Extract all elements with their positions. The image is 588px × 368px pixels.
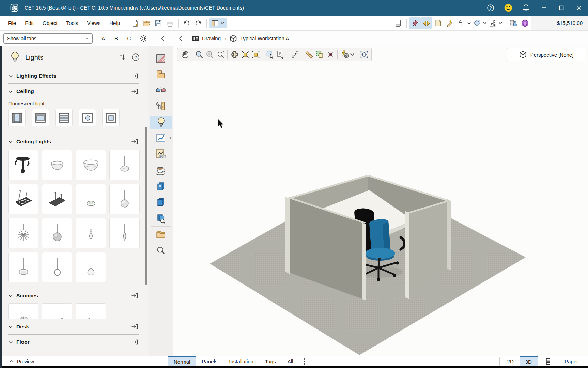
menu-object[interactable]: Object xyxy=(38,20,62,26)
export-section-icon[interactable] xyxy=(131,324,139,330)
preview-toggle[interactable]: Preview xyxy=(0,356,149,366)
tab-normal[interactable]: Normal xyxy=(168,356,196,366)
document-search-icon[interactable] xyxy=(154,212,168,226)
sheet-layout-icon[interactable] xyxy=(542,356,554,367)
spec-book-tool-icon[interactable] xyxy=(154,180,168,193)
tag-tool-icon[interactable] xyxy=(471,17,483,29)
recessed-round-thumbnail[interactable] xyxy=(79,109,96,126)
folder-tool-icon[interactable] xyxy=(154,228,168,241)
section-sconces[interactable]: Sconces xyxy=(0,288,149,303)
filter-sliders-icon[interactable] xyxy=(119,53,126,61)
orbit-tool-icon[interactable] xyxy=(229,49,240,60)
panel-help-icon[interactable]: ? xyxy=(131,53,140,61)
collapse-left-icon[interactable] xyxy=(157,33,168,44)
move-points-icon[interactable] xyxy=(290,49,300,60)
zoom-previous-icon[interactable] xyxy=(204,49,215,60)
pin-tool-icon[interactable] xyxy=(409,17,421,29)
sphere-pendant-thumbnail[interactable] xyxy=(42,218,72,248)
chart-tool-icon[interactable] xyxy=(154,131,168,145)
section-ceiling-lights[interactable]: Ceiling Lights xyxy=(0,134,149,149)
menu-tools[interactable]: Tools xyxy=(62,20,82,26)
dome-pendant-thumbnail[interactable] xyxy=(76,252,106,282)
mode-2d[interactable]: 2D xyxy=(501,356,520,366)
marquee-select-icon[interactable] xyxy=(265,49,275,60)
recessed-square-thumbnail[interactable] xyxy=(102,109,120,126)
maximize-button[interactable] xyxy=(553,0,570,16)
drop-pendant-thumbnail[interactable] xyxy=(109,218,140,248)
notifications-bell-icon[interactable] xyxy=(517,0,535,16)
smiley-feedback-icon[interactable] xyxy=(499,0,517,16)
pdf-report-tool-icon[interactable]: PDF xyxy=(154,147,168,160)
extensions-gem-icon[interactable] xyxy=(519,17,531,29)
list-settings-icon[interactable] xyxy=(487,17,498,29)
tab-panels[interactable]: Panels xyxy=(196,356,223,366)
chevron-down-icon[interactable] xyxy=(483,22,487,25)
ring-pendant-thumbnail[interactable] xyxy=(76,184,106,214)
breadcrumb-drawing-link[interactable]: Drawing xyxy=(202,35,221,41)
side-panel-icon[interactable] xyxy=(392,17,404,29)
help-icon[interactable]: ? xyxy=(482,0,499,16)
bowl-shade-thumbnail[interactable] xyxy=(42,150,72,180)
menu-edit[interactable]: Edit xyxy=(20,20,38,26)
show-all-tabs-select[interactable]: Show all tabs xyxy=(3,33,93,44)
floorplan-tool-icon[interactable] xyxy=(154,67,168,81)
select-by-list-icon[interactable] xyxy=(275,49,286,60)
drawing-viewport[interactable]: Perspective [None] xyxy=(173,46,588,356)
tray-uplight-thumbnail[interactable] xyxy=(8,184,38,214)
double-sconce-thumbnail[interactable] xyxy=(76,303,106,319)
annotate-icon[interactable] xyxy=(444,17,455,29)
export-section-icon[interactable] xyxy=(131,88,139,94)
tabs-settings-gear-icon[interactable] xyxy=(138,33,149,44)
doc-tab-c[interactable]: C xyxy=(123,35,136,41)
tools-settings-icon[interactable] xyxy=(154,99,168,113)
snapshot-render-icon[interactable] xyxy=(339,49,355,60)
wedge-sconce-thumbnail[interactable] xyxy=(42,303,72,319)
recessed-3-lamp-thumbnail[interactable] xyxy=(32,109,49,126)
box-sconce-thumbnail[interactable] xyxy=(8,303,38,319)
zoom-tool-icon[interactable] xyxy=(194,49,204,60)
note-icon[interactable] xyxy=(432,17,444,29)
save-button[interactable] xyxy=(153,17,164,29)
tab-installation[interactable]: Installation xyxy=(223,356,259,366)
pan-hand-tool-icon[interactable] xyxy=(180,49,190,60)
section-floor[interactable]: Floor xyxy=(0,335,149,350)
recessed-grid-thumbnail[interactable] xyxy=(55,109,73,126)
zoom-extents-icon[interactable] xyxy=(215,49,226,60)
hoop-pendant-thumbnail[interactable] xyxy=(42,252,72,282)
export-section-icon[interactable] xyxy=(131,293,139,299)
minimize-button[interactable] xyxy=(535,0,553,16)
print-button[interactable] xyxy=(164,17,176,29)
copy-paste-icon[interactable] xyxy=(314,49,325,60)
recessed-2-lamp-thumbnail[interactable] xyxy=(8,109,26,126)
menu-help[interactable]: Help xyxy=(105,20,124,26)
layout-view-button[interactable] xyxy=(209,18,227,28)
oval-pendant-thumbnail[interactable] xyxy=(8,252,38,282)
walls-tool-icon[interactable] xyxy=(154,52,168,65)
teardrop-pendant-thumbnail[interactable] xyxy=(76,218,106,248)
swap-arrows-icon[interactable] xyxy=(421,17,432,29)
zoom-to-object-icon[interactable] xyxy=(240,49,250,60)
fit-object-icon[interactable] xyxy=(250,49,261,60)
redo-button[interactable] xyxy=(192,17,204,29)
export-section-icon[interactable] xyxy=(131,139,139,145)
chevron-down-icon[interactable] xyxy=(498,22,502,25)
breadcrumb-back-icon[interactable] xyxy=(175,33,186,44)
break-coffee-tool-icon[interactable] xyxy=(154,163,168,177)
sputnik-thumbnail[interactable] xyxy=(8,218,38,248)
open-folder-button[interactable] xyxy=(141,17,153,29)
close-button[interactable] xyxy=(570,0,588,16)
menu-file[interactable]: File xyxy=(3,20,20,26)
section-lighting-effects[interactable]: Lighting Effects xyxy=(0,68,149,83)
disc-pendant-thumbnail[interactable] xyxy=(109,150,140,180)
doc-tab-a[interactable]: A xyxy=(97,35,110,41)
measure-ruler-icon[interactable] xyxy=(304,49,314,60)
menu-views[interactable]: Views xyxy=(82,20,105,26)
export-section-icon[interactable] xyxy=(131,73,139,79)
export-section-icon[interactable] xyxy=(131,339,139,345)
perspective-button[interactable]: Perspective [None] xyxy=(507,48,585,61)
new-document-button[interactable] xyxy=(129,17,141,29)
section-ceiling[interactable]: Ceiling xyxy=(0,84,149,99)
mode-3d[interactable]: 3D xyxy=(520,356,538,366)
panel-scrollbar[interactable] xyxy=(145,127,147,285)
media-tool-icon[interactable] xyxy=(508,17,519,29)
